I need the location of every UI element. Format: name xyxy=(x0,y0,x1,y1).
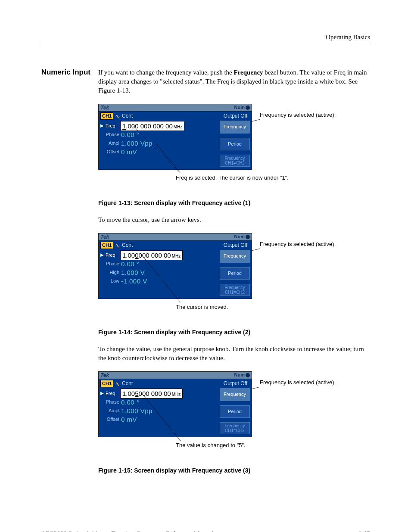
mode-label: Cont xyxy=(122,112,133,120)
device-screen-2: Tek Num CH1 ∿ Cont Output Off xyxy=(98,233,252,299)
page-header: Operating Basics xyxy=(41,34,370,42)
num-indicator: Num xyxy=(234,233,245,240)
device-screen-3: Tek Num CH1 ∿ Cont Output Off xyxy=(98,371,252,437)
annotation-below-1: Freq is selected. The cursor is now unde… xyxy=(98,170,370,182)
output-status: Output Off xyxy=(224,112,250,120)
annotation-side-2: Frequency is selected (active). xyxy=(260,233,336,248)
section-heading: Numeric Input xyxy=(41,68,90,77)
offset-label: Offset xyxy=(100,416,119,423)
para-knob: To change the value, use the general pur… xyxy=(98,345,370,363)
freq-label: Freq xyxy=(106,390,118,397)
freq-input[interactable]: 1.000 000 000 00MHz xyxy=(120,250,183,260)
menu-freq-ch1ch2-button[interactable]: Frequency CH1=CH2 xyxy=(220,284,250,296)
phase-value: 0.00 ° xyxy=(121,398,139,407)
annotation-below-2: The cursor is moved. xyxy=(98,299,370,311)
menu-frequency-button[interactable]: Frequency xyxy=(220,250,250,262)
knob-icon xyxy=(246,235,250,239)
figure-caption-1: Figure 1-13: Screen display with Frequen… xyxy=(98,199,370,208)
active-marker-icon: ▶ xyxy=(100,123,104,129)
mode-label: Cont xyxy=(122,380,133,387)
channel-badge: CH1 xyxy=(100,242,113,249)
brand-label: Tek xyxy=(100,104,109,112)
active-marker-icon: ▶ xyxy=(100,390,104,396)
phase-label: Phase xyxy=(100,399,119,405)
freq-input[interactable]: 1.000 000 000 00MHz xyxy=(120,121,184,131)
menu-period-button[interactable]: Period xyxy=(220,405,250,418)
high-value: 1.000 V xyxy=(121,268,145,277)
figure-caption-2: Figure 1-14: Screen display with Frequen… xyxy=(98,328,370,337)
waveform-icon: ∿ xyxy=(115,113,120,119)
offset-label: Offset xyxy=(100,149,119,155)
menu-frequency-button[interactable]: Frequency xyxy=(220,388,250,401)
para-cursor-move: To move the cursor, use the arrow keys. xyxy=(98,215,370,224)
brand-label: Tek xyxy=(100,372,109,379)
menu-period-button[interactable]: Period xyxy=(220,138,250,150)
mode-label: Cont xyxy=(122,242,133,249)
footer-doc-title: AFG3000 Series Arbitrary/Function Genera… xyxy=(41,530,213,532)
header-title: Operating Basics xyxy=(326,34,370,40)
svg-line-5 xyxy=(252,387,260,389)
menu-freq-ch1ch2-button[interactable]: Frequency CH1=CH2 xyxy=(220,422,250,434)
freq-label: Freq xyxy=(106,123,118,129)
channel-badge: CH1 xyxy=(100,380,113,387)
svg-line-3 xyxy=(252,249,260,251)
svg-line-0 xyxy=(252,119,260,121)
ampl-value: 1.000 Vpp xyxy=(121,139,153,148)
phase-label: Phase xyxy=(100,261,119,267)
num-indicator: Num xyxy=(234,372,245,378)
active-marker-icon: ▶ xyxy=(100,252,104,258)
output-status: Output Off xyxy=(224,380,250,387)
annotation-side-1: Frequency is selected (active). xyxy=(260,104,336,118)
ampl-value: 1.000 Vpp xyxy=(121,406,153,415)
knob-icon xyxy=(246,106,250,110)
phase-label: Phase xyxy=(100,131,119,138)
output-status: Output Off xyxy=(224,242,250,249)
low-label: Low xyxy=(100,278,119,284)
waveform-icon: ∿ xyxy=(115,243,120,249)
annotation-side-3: Frequency is selected (active). xyxy=(260,371,336,386)
offset-value: 0 mV xyxy=(121,415,137,424)
freq-input[interactable]: 1.005 000 000 00MHz xyxy=(120,389,183,398)
phase-value: 0.00 ° xyxy=(121,259,139,268)
menu-frequency-button[interactable]: Frequency xyxy=(220,121,250,133)
phase-value: 0.00 ° xyxy=(121,130,139,139)
freq-label: Freq xyxy=(106,252,118,258)
num-indicator: Num xyxy=(234,104,245,111)
ampl-label: Ampl xyxy=(100,408,119,414)
channel-badge: CH1 xyxy=(100,112,113,120)
page-footer: AFG3000 Series Arbitrary/Function Genera… xyxy=(41,530,370,532)
waveform-icon: ∿ xyxy=(115,381,120,387)
offset-value: 0 mV xyxy=(121,147,137,156)
menu-freq-ch1ch2-button[interactable]: Frequency CH1=CH2 xyxy=(220,155,250,167)
device-screen-1: Tek Num CH1 ∿ Cont Output Off xyxy=(98,104,252,170)
intro-paragraph: If you want to change the frequency valu… xyxy=(98,68,370,95)
annotation-below-3: The value is changed to "5". xyxy=(98,437,370,449)
ampl-label: Ampl xyxy=(100,140,119,146)
footer-page-number: 1-15 xyxy=(358,530,371,532)
low-value: -1.000 V xyxy=(121,277,147,286)
knob-icon xyxy=(246,373,250,377)
brand-label: Tek xyxy=(100,233,109,241)
figure-caption-3: Figure 1-15: Screen display with Frequen… xyxy=(98,467,370,475)
menu-period-button[interactable]: Period xyxy=(220,267,250,280)
high-label: High xyxy=(100,269,119,276)
